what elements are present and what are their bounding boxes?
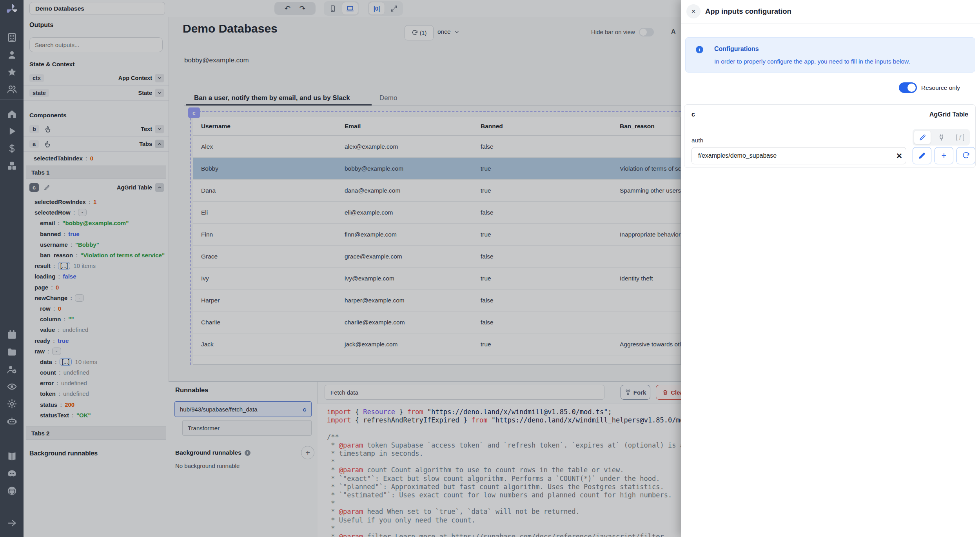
resource-only-toggle[interactable] — [899, 82, 917, 93]
pencil-filled-icon — [918, 152, 926, 160]
plug-icon — [938, 134, 945, 141]
input-mode-segmented-control: f — [913, 129, 970, 146]
eval-mode-option[interactable]: f — [952, 131, 968, 144]
refresh-resource-button[interactable] — [956, 147, 975, 164]
resource-only-label: Resource only — [921, 84, 960, 91]
info-title: Configurations — [714, 46, 759, 53]
static-mode-option[interactable] — [914, 131, 931, 144]
connect-mode-option[interactable] — [933, 131, 949, 144]
app-root: ↶ ↷ |0| Outputs State & Context ctx A — [0, 0, 980, 537]
drawer-header: × App inputs configuration — [681, 0, 980, 24]
card-component-type: AgGrid Table — [929, 111, 968, 118]
configurations-info-box: i Configurations In order to properly co… — [685, 37, 975, 73]
info-circle-icon: i — [696, 46, 703, 53]
app-inputs-drawer: × App inputs configuration i Configurati… — [681, 0, 980, 537]
drawer-backdrop[interactable] — [0, 0, 681, 537]
component-input-card: c AgGrid Table auth f ✕ + — [684, 104, 976, 168]
auth-resource-input[interactable] — [691, 147, 906, 164]
card-component-id: c — [691, 111, 695, 118]
drawer-title: App inputs configuration — [705, 7, 791, 16]
rotate-icon — [962, 152, 970, 160]
function-icon: f — [956, 134, 964, 141]
auth-field-label: auth — [691, 137, 703, 144]
pencil-icon — [919, 134, 926, 141]
edit-resource-button[interactable] — [913, 147, 931, 164]
add-resource-button[interactable]: + — [935, 147, 953, 164]
plus-icon: + — [942, 151, 947, 160]
clear-value-icon[interactable]: ✕ — [896, 151, 902, 160]
info-body: In order to properly configure the app, … — [714, 58, 910, 65]
close-icon[interactable]: × — [686, 4, 701, 18]
